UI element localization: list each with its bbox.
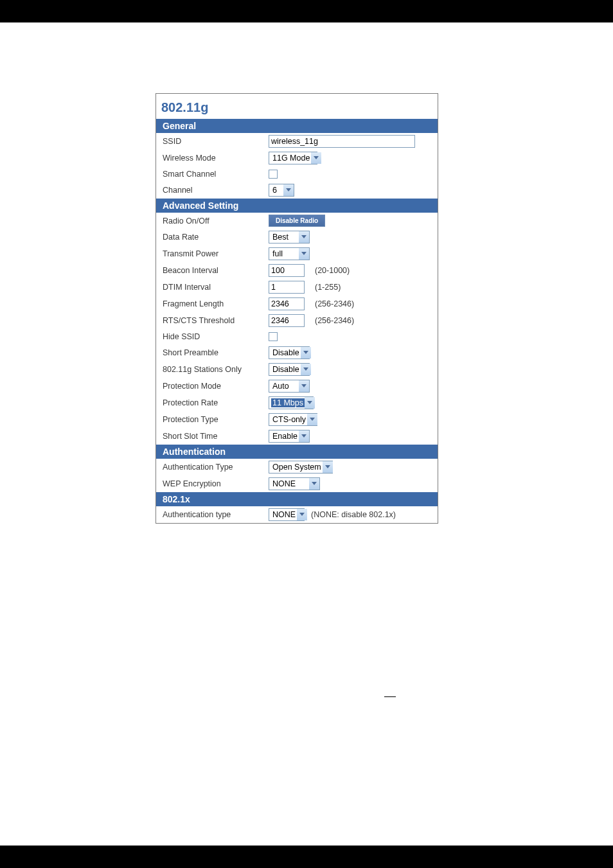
row-wireless-mode: Wireless Mode 11G Mode <box>156 150 438 166</box>
transmit-power-value: full <box>271 249 284 258</box>
fragment-length-hint: (256-2346) <box>308 299 354 308</box>
label-smart-channel: Smart Channel <box>163 170 269 179</box>
short-slot-time-select[interactable]: Enable <box>269 430 310 443</box>
label-protection-mode: Protection Mode <box>163 382 269 391</box>
row-stations-only: 802.11g Stations Only Disable <box>156 361 438 378</box>
panel-wrapper: 802.11g General SSID Wireless Mode 11G M… <box>0 22 613 524</box>
label-short-slot-time: Short Slot Time <box>163 432 269 441</box>
row-smart-channel: Smart Channel <box>156 166 438 182</box>
label-auth-type: Authentication Type <box>163 463 269 472</box>
section-authentication-header: Authentication <box>156 445 438 459</box>
label-8021x-auth-type: Authentication type <box>163 510 269 519</box>
auth-type-value: Open System <box>271 463 323 472</box>
chevron-down-icon <box>309 478 319 490</box>
beacon-interval-input[interactable] <box>269 264 305 277</box>
8021x-auth-type-hint: (NONE: disable 802.1x) <box>308 510 396 519</box>
top-bar <box>0 0 613 22</box>
chevron-down-icon <box>299 430 309 442</box>
wep-encryption-select[interactable]: NONE <box>269 477 320 490</box>
rts-cts-threshold-input[interactable] <box>269 314 305 327</box>
label-wep-encryption: WEP Encryption <box>163 479 269 488</box>
row-short-preamble: Short Preamble Disable <box>156 344 438 361</box>
section-8021x-header: 802.1x <box>156 492 438 506</box>
disable-radio-button[interactable]: Disable Radio <box>269 215 325 227</box>
label-hide-ssid: Hide SSID <box>163 332 269 341</box>
short-preamble-select[interactable]: Disable <box>269 346 310 359</box>
label-stations-only: 802.11g Stations Only <box>163 365 269 374</box>
beacon-interval-hint: (20-1000) <box>308 266 350 275</box>
label-data-rate: Data Rate <box>163 233 269 242</box>
row-data-rate: Data Rate Best <box>156 229 438 245</box>
chevron-down-icon <box>297 509 307 520</box>
wep-encryption-value: NONE <box>271 479 297 488</box>
label-dtim-interval: DTIM Interval <box>163 283 269 292</box>
label-transmit-power: Transmit Power <box>163 249 269 258</box>
chevron-down-icon <box>299 248 309 260</box>
wireless-mode-select[interactable]: 11G Mode <box>269 152 317 164</box>
row-channel: Channel 6 <box>156 182 438 199</box>
8021x-auth-type-select[interactable]: NONE <box>269 508 305 521</box>
chevron-down-icon <box>283 184 294 196</box>
label-rts-cts-threshold: RTS/CTS Threshold <box>163 316 269 325</box>
channel-value: 6 <box>271 186 278 195</box>
smart-channel-checkbox[interactable] <box>269 170 278 179</box>
channel-select[interactable]: 6 <box>269 184 294 197</box>
row-transmit-power: Transmit Power full <box>156 245 438 262</box>
row-dtim-interval: DTIM Interval (1-255) <box>156 279 438 296</box>
row-rts-cts-threshold: RTS/CTS Threshold (256-2346) <box>156 312 438 329</box>
row-protection-rate: Protection Rate 11 Mbps <box>156 394 438 411</box>
panel-title: 802.11g <box>156 94 438 119</box>
row-hide-ssid: Hide SSID <box>156 329 438 344</box>
wireless-mode-value: 11G Mode <box>271 154 311 163</box>
ssid-input[interactable] <box>269 135 415 148</box>
chevron-down-icon <box>299 380 309 392</box>
chevron-down-icon <box>299 231 309 243</box>
label-ssid: SSID <box>163 137 269 146</box>
data-rate-value: Best <box>271 233 290 242</box>
label-protection-type: Protection Type <box>163 415 269 424</box>
chevron-down-icon <box>305 397 315 409</box>
chevron-down-icon <box>307 414 317 425</box>
protection-type-select[interactable]: CTS-only <box>269 413 317 426</box>
row-radio-onoff: Radio On/Off Disable Radio <box>156 213 438 229</box>
row-fragment-length: Fragment Length (256-2346) <box>156 296 438 312</box>
chevron-down-icon <box>311 152 321 164</box>
auth-type-select[interactable]: Open System <box>269 461 333 474</box>
dtim-interval-input[interactable] <box>269 281 305 294</box>
short-preamble-value: Disable <box>271 348 301 357</box>
chevron-down-icon <box>301 347 311 359</box>
stations-only-value: Disable <box>271 365 301 374</box>
row-8021x-auth-type: Authentication type NONE (NONE: disable … <box>156 506 438 523</box>
section-advanced-header: Advanced Setting <box>156 199 438 213</box>
row-protection-type: Protection Type CTS-only <box>156 411 438 428</box>
transmit-power-select[interactable]: full <box>269 247 310 260</box>
section-general-header: General <box>156 119 438 133</box>
rts-cts-threshold-hint: (256-2346) <box>308 316 354 325</box>
label-wireless-mode: Wireless Mode <box>163 154 269 163</box>
protection-rate-select[interactable]: 11 Mbps <box>269 396 314 409</box>
protection-mode-select[interactable]: Auto <box>269 380 310 393</box>
chevron-down-icon <box>301 364 311 375</box>
8021x-auth-type-value: NONE <box>271 510 297 519</box>
stations-only-select[interactable]: Disable <box>269 363 310 376</box>
label-beacon-interval: Beacon Interval <box>163 266 269 275</box>
row-wep-encryption: WEP Encryption NONE <box>156 475 438 492</box>
data-rate-select[interactable]: Best <box>269 231 310 244</box>
label-short-preamble: Short Preamble <box>163 348 269 357</box>
dtim-interval-hint: (1-255) <box>308 283 341 292</box>
label-fragment-length: Fragment Length <box>163 299 269 308</box>
row-beacon-interval: Beacon Interval (20-1000) <box>156 262 438 279</box>
row-protection-mode: Protection Mode Auto <box>156 378 438 394</box>
label-radio-onoff: Radio On/Off <box>163 217 269 226</box>
label-channel: Channel <box>163 186 269 195</box>
protection-mode-value: Auto <box>271 382 290 391</box>
hide-ssid-checkbox[interactable] <box>269 332 278 341</box>
fragment-length-input[interactable] <box>269 297 305 310</box>
protection-type-value: CTS-only <box>271 415 307 424</box>
chevron-down-icon <box>323 461 333 473</box>
protection-rate-value: 11 Mbps <box>271 398 305 407</box>
row-ssid: SSID <box>156 133 438 150</box>
row-auth-type: Authentication Type Open System <box>156 459 438 475</box>
settings-panel: 802.11g General SSID Wireless Mode 11G M… <box>155 93 438 524</box>
label-protection-rate: Protection Rate <box>163 398 269 407</box>
